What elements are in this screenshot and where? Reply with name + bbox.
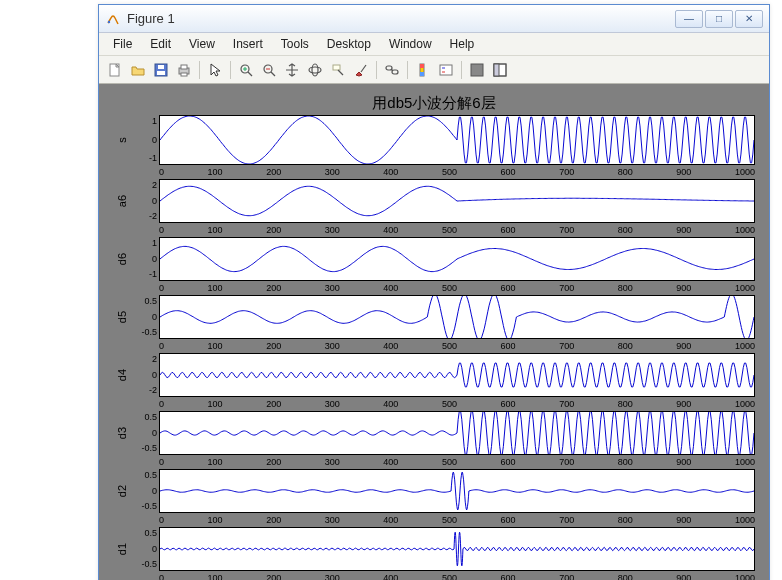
axes-d5[interactable] [159, 295, 755, 339]
axes-d6[interactable] [159, 237, 755, 281]
svg-rect-6 [181, 65, 187, 69]
subplot-d5: d50.50-0.5 [113, 295, 755, 339]
subplot-s: s10-1 [113, 115, 755, 165]
yticks-a6: 20-2 [131, 179, 159, 223]
minimize-button[interactable]: — [675, 10, 703, 28]
svg-line-9 [248, 72, 252, 76]
svg-rect-17 [333, 65, 340, 70]
menu-bar: FileEditViewInsertToolsDesktopWindowHelp [99, 33, 769, 56]
ylabel-d2: d2 [116, 482, 128, 500]
toolbar [99, 56, 769, 84]
toolbar-separator [199, 61, 200, 79]
xticks-d1: 01002003004005006007008009001000 [159, 573, 755, 580]
zoom-in-icon[interactable] [236, 60, 256, 80]
svg-line-13 [271, 72, 275, 76]
rotate3d-icon[interactable] [305, 60, 325, 80]
menu-desktop[interactable]: Desktop [319, 35, 379, 53]
pan-icon[interactable] [282, 60, 302, 80]
title-bar[interactable]: Figure 1 — □ ✕ [99, 5, 769, 33]
svg-rect-25 [420, 72, 424, 76]
show-icon[interactable] [490, 60, 510, 80]
subplot-d6: d610-1 [113, 237, 755, 281]
axes-d2[interactable] [159, 469, 755, 513]
maximize-button[interactable]: □ [705, 10, 733, 28]
toolbar-separator [230, 61, 231, 79]
xticks-d2: 01002003004005006007008009001000 [159, 515, 755, 525]
chart-title: 用db5小波分解6层 [113, 94, 755, 113]
svg-line-18 [338, 70, 343, 75]
zoom-out-icon[interactable] [259, 60, 279, 80]
hide-icon[interactable] [467, 60, 487, 80]
menu-insert[interactable]: Insert [225, 35, 271, 53]
menu-view[interactable]: View [181, 35, 223, 53]
xticks-s: 01002003004005006007008009001000 [159, 167, 755, 177]
legend-icon[interactable] [436, 60, 456, 80]
ylabel-a6: a6 [116, 192, 128, 210]
open-icon[interactable] [128, 60, 148, 80]
matlab-icon [105, 11, 121, 27]
svg-rect-26 [440, 65, 452, 75]
xticks-a6: 01002003004005006007008009001000 [159, 225, 755, 235]
brush-icon[interactable] [351, 60, 371, 80]
svg-rect-32 [494, 64, 499, 76]
plot-area: 用db5小波分解6层 s10-1010020030040050060070080… [99, 84, 769, 580]
subplot-d2: d20.50-0.5 [113, 469, 755, 513]
svg-point-15 [309, 67, 321, 73]
subplot-d1: d10.50-0.5 [113, 527, 755, 571]
save-icon[interactable] [151, 60, 171, 80]
toolbar-separator [461, 61, 462, 79]
ylabel-d6: d6 [116, 250, 128, 268]
xticks-d5: 01002003004005006007008009001000 [159, 341, 755, 351]
print-icon[interactable] [174, 60, 194, 80]
menu-help[interactable]: Help [442, 35, 483, 53]
subplot-d4: d420-2 [113, 353, 755, 397]
ylabel-d3: d3 [116, 424, 128, 442]
svg-point-0 [108, 20, 110, 22]
axes-d1[interactable] [159, 527, 755, 571]
toolbar-separator [407, 61, 408, 79]
colorbar-icon[interactable] [413, 60, 433, 80]
ylabel-d1: d1 [116, 540, 128, 558]
new-file-icon[interactable] [105, 60, 125, 80]
subplot-a6: a620-2 [113, 179, 755, 223]
figure-window: Figure 1 — □ ✕ FileEditViewInsertToolsDe… [98, 4, 770, 580]
toolbar-separator [376, 61, 377, 79]
yticks-d6: 10-1 [131, 237, 159, 281]
svg-point-16 [312, 64, 318, 76]
window-title: Figure 1 [127, 11, 675, 26]
subplot-d3: d30.50-0.5 [113, 411, 755, 455]
xticks-d6: 01002003004005006007008009001000 [159, 283, 755, 293]
axes-s[interactable] [159, 115, 755, 165]
svg-line-22 [391, 69, 393, 71]
yticks-d2: 0.50-0.5 [131, 469, 159, 513]
ylabel-d5: d5 [116, 308, 128, 326]
ylabel-d4: d4 [116, 366, 128, 384]
link-icon[interactable] [382, 60, 402, 80]
ylabel-s: s [116, 131, 128, 149]
menu-tools[interactable]: Tools [273, 35, 317, 53]
close-button[interactable]: ✕ [735, 10, 763, 28]
axes-d3[interactable] [159, 411, 755, 455]
svg-rect-3 [157, 71, 165, 75]
svg-rect-7 [181, 73, 187, 76]
svg-line-19 [361, 65, 366, 72]
menu-edit[interactable]: Edit [142, 35, 179, 53]
svg-rect-24 [420, 64, 424, 68]
datacursor-icon[interactable] [328, 60, 348, 80]
xticks-d3: 01002003004005006007008009001000 [159, 457, 755, 467]
menu-file[interactable]: File [105, 35, 140, 53]
yticks-d5: 0.50-0.5 [131, 295, 159, 339]
xticks-d4: 01002003004005006007008009001000 [159, 399, 755, 409]
yticks-d4: 20-2 [131, 353, 159, 397]
menu-window[interactable]: Window [381, 35, 440, 53]
yticks-d3: 0.50-0.5 [131, 411, 159, 455]
svg-rect-29 [471, 64, 483, 76]
axes-a6[interactable] [159, 179, 755, 223]
yticks-d1: 0.50-0.5 [131, 527, 159, 571]
pointer-icon[interactable] [205, 60, 225, 80]
axes-d4[interactable] [159, 353, 755, 397]
svg-rect-4 [158, 65, 164, 69]
yticks-s: 10-1 [131, 115, 159, 165]
